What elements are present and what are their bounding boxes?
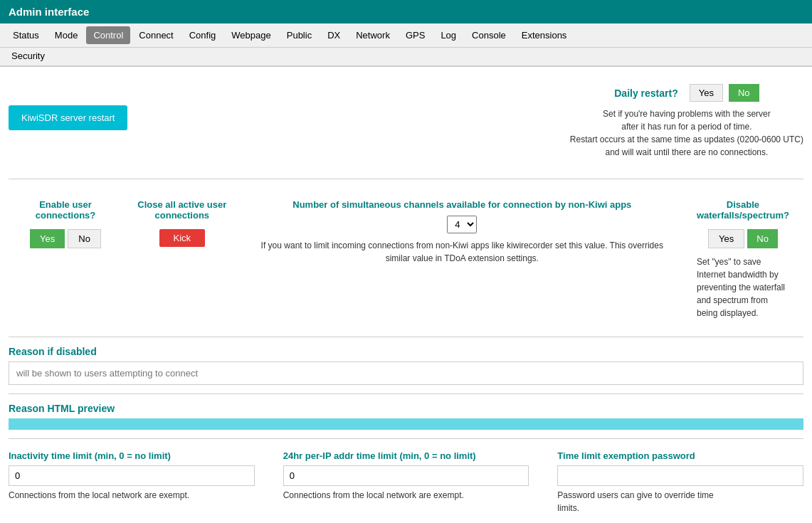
waterfall-yes-button[interactable]: Yes xyxy=(708,229,744,248)
app-header: Admin interface xyxy=(0,0,812,23)
waterfall-no-button[interactable]: No xyxy=(747,229,778,248)
reason-label: Reason if disabled xyxy=(9,346,803,357)
kick-button[interactable]: Kick xyxy=(159,229,206,247)
password-input[interactable] xyxy=(557,465,803,486)
user-connections-box: Enable user connections? Yes No xyxy=(9,194,122,254)
per-ip-input[interactable] xyxy=(283,465,529,486)
daily-restart-description: Set if you're having problems with the s… xyxy=(570,107,803,159)
waterfall-label: Disable waterfalls/spectrum? xyxy=(697,199,789,221)
nav-item-gps[interactable]: GPS xyxy=(399,26,432,44)
nav-item-mode[interactable]: Mode xyxy=(48,26,85,44)
inactivity-box: Inactivity time limit (min, 0 = no limit… xyxy=(9,450,255,514)
nav-item-dx[interactable]: DX xyxy=(320,26,347,44)
nav-item-connect[interactable]: Connect xyxy=(132,26,180,44)
daily-restart-box: Daily restart? Yes No Set if you're havi… xyxy=(570,84,803,159)
waterfall-description: Set "yes" to save Internet bandwidth by … xyxy=(697,255,789,319)
nav-item-config[interactable]: Config xyxy=(182,26,223,44)
html-preview-bar xyxy=(9,418,803,430)
close-connections-label: Close all active user connections xyxy=(128,199,236,221)
nav-item-log[interactable]: Log xyxy=(433,26,463,44)
kiwi-restart-button[interactable]: KiwiSDR server restart xyxy=(9,105,127,130)
channels-section: Enable user connections? Yes No Close al… xyxy=(9,188,803,337)
inactivity-input[interactable] xyxy=(9,465,255,486)
enable-connections-buttons: Yes No xyxy=(14,229,117,248)
nav-item-network[interactable]: Network xyxy=(349,26,397,44)
channels-description: If you want to limit incoming connection… xyxy=(256,239,668,265)
per-ip-desc: Connections from the local network are e… xyxy=(283,489,529,502)
nav-bar: Status Mode Control Connect Config Webpa… xyxy=(0,23,812,48)
enable-no-button[interactable]: No xyxy=(68,229,101,248)
html-preview-label: Reason HTML preview xyxy=(9,403,803,414)
daily-restart-no-button[interactable]: No xyxy=(729,84,759,102)
html-preview-section: Reason HTML preview xyxy=(9,394,803,439)
nav-item-security[interactable]: Security xyxy=(6,49,51,63)
time-limits-section: Inactivity time limit (min, 0 = no limit… xyxy=(9,439,803,523)
section-divider-1 xyxy=(9,179,803,179)
nav-item-status[interactable]: Status xyxy=(6,26,46,44)
main-content: KiwiSDR server restart Daily restart? Ye… xyxy=(0,67,812,523)
channels-middle: Number of simultaneous channels availabl… xyxy=(242,194,682,270)
daily-restart-yes-button[interactable]: Yes xyxy=(690,84,723,102)
nav-item-extensions[interactable]: Extensions xyxy=(515,26,574,44)
reason-input[interactable] xyxy=(9,361,803,385)
password-desc: Password users can give to override time… xyxy=(557,489,803,514)
restart-section: KiwiSDR server restart Daily restart? Ye… xyxy=(9,78,803,170)
daily-restart-label: Daily restart? xyxy=(614,88,677,99)
close-connections-box: Close all active user connections Kick xyxy=(122,194,242,253)
per-ip-box: 24hr per-IP addr time limit (min, 0 = no… xyxy=(283,450,529,514)
reason-section: Reason if disabled xyxy=(9,337,803,394)
password-box: Time limit exemption password Password u… xyxy=(557,450,803,514)
inactivity-desc: Connections from the local network are e… xyxy=(9,489,255,502)
nav-item-control[interactable]: Control xyxy=(86,26,130,44)
per-ip-label: 24hr per-IP addr time limit (min, 0 = no… xyxy=(283,450,529,461)
enable-connections-label: Enable user connections? xyxy=(14,199,117,221)
inactivity-label: Inactivity time limit (min, 0 = no limit… xyxy=(9,450,255,461)
channels-label: Number of simultaneous channels availabl… xyxy=(256,199,668,210)
nav-item-console[interactable]: Console xyxy=(465,26,513,44)
password-label: Time limit exemption password xyxy=(557,450,803,461)
security-row: Security xyxy=(0,48,812,67)
nav-item-webpage[interactable]: Webpage xyxy=(224,26,278,44)
enable-yes-button[interactable]: Yes xyxy=(30,229,65,248)
channels-select[interactable]: 4 xyxy=(447,216,477,233)
app-title: Admin interface xyxy=(9,6,89,18)
nav-item-public[interactable]: Public xyxy=(280,26,319,44)
waterfall-buttons: Yes No xyxy=(697,229,789,248)
waterfall-box: Disable waterfalls/spectrum? Yes No Set … xyxy=(682,194,803,325)
